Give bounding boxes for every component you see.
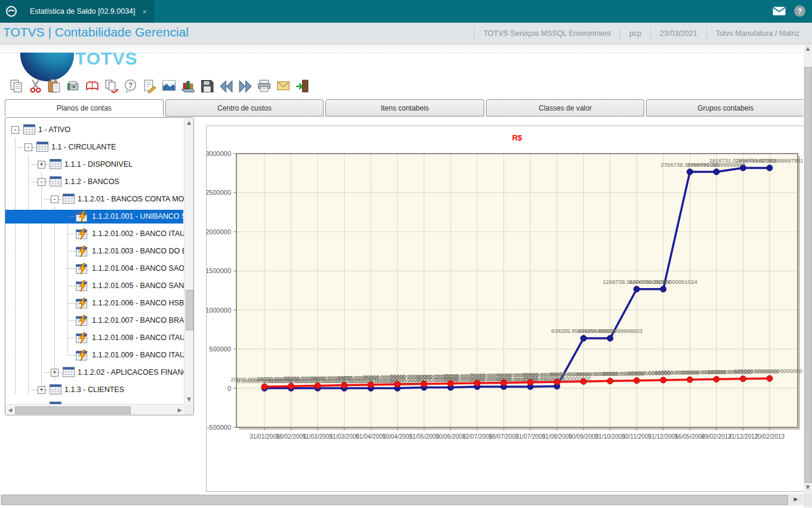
tree-item-group[interactable]: +1.1.1 - DISPONIVEL xyxy=(5,156,183,173)
copy-icon[interactable] xyxy=(7,77,24,94)
expand-icon[interactable]: + xyxy=(38,386,45,394)
horizontal-scroll-thumb[interactable] xyxy=(1,495,788,505)
tree-item-group[interactable]: -1.1.2 - BANCOS xyxy=(5,173,183,191)
series-red-marker xyxy=(607,378,613,384)
tree-connector xyxy=(67,355,75,356)
mail-icon[interactable] xyxy=(773,7,786,18)
print-icon[interactable] xyxy=(256,77,273,94)
previous-icon[interactable] xyxy=(217,77,235,94)
mail-send-icon[interactable] xyxy=(275,77,292,94)
tree-item-account[interactable]: 1.1.2.01.009 - BANCO ITAU xyxy=(5,347,183,364)
account-group-icon xyxy=(36,142,48,154)
help-icon[interactable]: ? xyxy=(794,5,805,17)
y-axis-tick-label: 2500000 xyxy=(207,189,231,196)
series-red-marker xyxy=(767,375,773,381)
tree-item-account[interactable]: 1.1.2.01.003 - BANCO DO B xyxy=(5,243,183,260)
bar-chart-icon[interactable] xyxy=(179,77,196,94)
balance-chart-panel: R$30000002500000200000015000001000000500… xyxy=(206,126,804,492)
account-group-icon xyxy=(63,194,75,206)
address-book-icon[interactable] xyxy=(64,77,82,94)
collapse-icon[interactable]: - xyxy=(38,178,45,186)
tab-classes-de-valor[interactable]: Classes de valor xyxy=(486,99,645,117)
series-red-marker xyxy=(368,382,374,388)
expand-icon[interactable]: + xyxy=(38,161,45,169)
vertical-scroll-thumb[interactable] xyxy=(804,67,812,483)
tree-item-account[interactable]: 1.1.2.01.004 - BANCO SAO xyxy=(5,260,183,277)
account-leaf-icon xyxy=(76,263,88,277)
tree-horizontal-scroll-thumb[interactable] xyxy=(15,406,131,414)
scroll-down-icon[interactable]: ▼ xyxy=(184,396,193,402)
tree-item-group[interactable]: +1.1.3 - CLIENTES xyxy=(5,381,183,399)
date-label: 23/03/2021 xyxy=(650,27,706,39)
cut-icon[interactable] xyxy=(26,77,44,94)
tree-connector xyxy=(31,164,38,165)
y-axis-tick-label: 1500000 xyxy=(207,267,231,274)
scroll-up-icon[interactable]: ▲ xyxy=(184,120,193,126)
tab-centro-de-custos[interactable]: Centro de custos xyxy=(165,99,324,117)
x-axis-tick-label: 20/02/2013 xyxy=(755,433,785,440)
series-blue-marker xyxy=(687,169,693,175)
tree-connector xyxy=(67,286,75,286)
collapse-icon[interactable]: - xyxy=(11,126,19,134)
tree-vertical-scroll-thumb[interactable] xyxy=(186,290,193,330)
data-point-label: 1266739.36000000001024 xyxy=(629,279,697,285)
tree-item-account[interactable]: 1.1.2.01.005 - BANCO SANT xyxy=(5,277,183,295)
tree-item-group[interactable]: -1 - ATIVO xyxy=(5,121,183,139)
tree-item-group[interactable]: -1.1 - CIRCULANTE xyxy=(5,139,183,156)
scroll-left-icon[interactable]: ◀ xyxy=(7,407,13,413)
accounts-tree-panel: -1 - ATIVO-1.1 - CIRCULANTE+1.1.1 - DISP… xyxy=(5,117,194,415)
scroll-down-icon[interactable]: ▼ xyxy=(804,484,812,490)
window-top-strip xyxy=(0,44,804,53)
x-axis-tick-label: 31/10/2005 xyxy=(595,433,625,440)
tree-item-account[interactable]: 1.1.2.01.006 - BANCO HSBC xyxy=(5,295,183,312)
open-book-icon[interactable] xyxy=(84,77,101,94)
tree-item-account[interactable]: 1.1.2.01.001 - UNIBANCO S xyxy=(5,208,183,225)
paste-icon[interactable] xyxy=(45,77,63,94)
account-group-icon xyxy=(63,367,75,380)
window-horizontal-scrollbar[interactable]: ▶ xyxy=(0,494,804,506)
window-vertical-scrollbar[interactable]: ▲ ▼ xyxy=(804,44,812,508)
document-tab[interactable]: Estatística de Saldo [02.9.0034] × xyxy=(23,0,154,23)
collapse-icon[interactable]: - xyxy=(24,143,32,151)
tab-planos-de-contas[interactable]: Planos de contas xyxy=(5,99,164,117)
exit-icon[interactable] xyxy=(294,77,311,94)
tree-item-label: 1.1.2.01.007 - BANCO BRAD xyxy=(92,316,189,325)
x-axis-tick-label: 28/02/2005 xyxy=(276,433,306,440)
svg-text:?: ? xyxy=(128,81,133,89)
tree-connector xyxy=(67,320,75,321)
tree-item-account[interactable]: 1.1.2.01.007 - BANCO BRAD xyxy=(5,312,183,329)
tree-connector xyxy=(19,130,23,130)
copy-document-icon[interactable] xyxy=(103,77,120,94)
collapse-icon[interactable]: - xyxy=(51,195,59,203)
company-label: Totvs Manufatura / Matriz xyxy=(706,27,808,39)
tree-connector xyxy=(67,234,75,234)
help-icon[interactable]: ? xyxy=(122,77,139,94)
next-icon[interactable] xyxy=(236,77,254,94)
scroll-right-icon[interactable]: ▶ xyxy=(177,407,183,413)
tree-connector xyxy=(67,303,75,304)
tree-connector xyxy=(45,182,49,182)
tab-itens-contabeis[interactable]: Itens contabeis xyxy=(325,99,484,117)
tree-connector xyxy=(59,199,62,200)
tree-item-group[interactable]: -1.1.2.01 - BANCOS CONTA MOV xyxy=(5,191,183,208)
app-logo-button[interactable] xyxy=(0,0,23,23)
tree-item-label: 1.1.2.01.008 - BANCO ITAU xyxy=(92,333,185,342)
series-red-marker xyxy=(740,376,746,382)
tree-item-group[interactable]: +1.1.2.02 - APLICACOES FINANC xyxy=(5,364,183,381)
tab-grupos-contabeis[interactable]: Grupos contabeis xyxy=(646,99,805,117)
series-red-marker xyxy=(554,379,560,385)
tree-horizontal-scrollbar[interactable]: ◀▶ xyxy=(5,404,184,415)
edit-form-icon[interactable] xyxy=(141,77,158,94)
scroll-right-icon[interactable]: ▶ xyxy=(789,495,802,504)
expand-icon[interactable]: + xyxy=(51,369,59,377)
tree-vertical-scrollbar[interactable]: ▲▼ xyxy=(184,118,193,404)
close-tab-icon[interactable]: × xyxy=(143,8,147,16)
tree-item-account[interactable]: 1.1.2.01.008 - BANCO ITAU xyxy=(5,329,183,347)
tree-item-account[interactable]: 1.1.2.01.002 - BANCO ITAU xyxy=(5,225,183,243)
area-chart-icon[interactable] xyxy=(160,77,177,94)
save-icon[interactable] xyxy=(198,77,216,94)
series-red-marker xyxy=(527,380,533,385)
x-axis-tick-label: 30/11/2005 xyxy=(622,433,652,440)
series-red-marker xyxy=(315,382,321,388)
scroll-up-icon[interactable]: ▲ xyxy=(804,45,812,51)
